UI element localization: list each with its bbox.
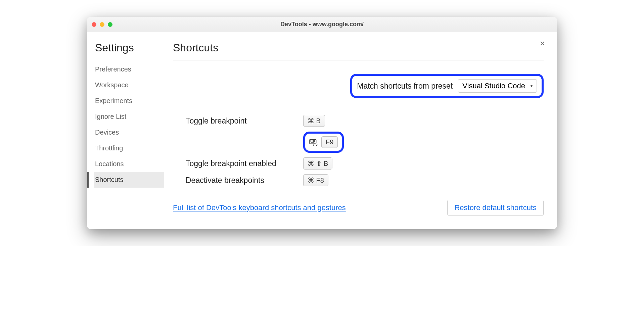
sidebar-item-throttling[interactable]: Throttling bbox=[94, 140, 164, 156]
main-content: Shortcuts Match shortcuts from preset Vi… bbox=[164, 42, 557, 216]
window-body: × Settings Preferences Workspace Experim… bbox=[87, 32, 557, 229]
keyboard-reset-icon bbox=[309, 139, 318, 146]
shortcut-keys: ⌘ ⇧ B bbox=[303, 157, 332, 170]
shortcut-keys: F9 bbox=[303, 132, 344, 153]
preset-label: Match shortcuts from preset bbox=[357, 82, 453, 91]
preset-select[interactable]: Visual Studio Code bbox=[458, 79, 537, 93]
shortcuts-list: Toggle breakpoint ⌘ B bbox=[173, 115, 544, 186]
key-chip: ⌘ F8 bbox=[303, 174, 328, 186]
full-shortcuts-link[interactable]: Full list of DevTools keyboard shortcuts… bbox=[173, 203, 346, 212]
titlebar: DevTools - www.google.com/ bbox=[87, 17, 557, 32]
preset-highlight: Match shortcuts from preset Visual Studi… bbox=[350, 74, 544, 98]
close-window-button[interactable] bbox=[92, 22, 96, 27]
sidebar-item-workspace[interactable]: Workspace bbox=[94, 77, 164, 93]
restore-default-shortcuts-button[interactable]: Restore default shortcuts bbox=[447, 200, 544, 216]
shortcut-keys: ⌘ F8 bbox=[303, 174, 328, 186]
sidebar-item-devices[interactable]: Devices bbox=[94, 125, 164, 140]
shortcut-label: Deactivate breakpoints bbox=[186, 176, 303, 185]
sidebar-item-ignore-list[interactable]: Ignore List bbox=[94, 109, 164, 125]
sidebar-item-locations[interactable]: Locations bbox=[94, 156, 164, 172]
traffic-lights bbox=[92, 22, 112, 27]
shortcut-row-toggle-breakpoint-enabled: Toggle breakpoint enabled ⌘ ⇧ B bbox=[186, 157, 544, 170]
close-icon[interactable]: × bbox=[540, 39, 545, 48]
key-chip: ⌘ ⇧ B bbox=[303, 157, 332, 170]
footer-row: Full list of DevTools keyboard shortcuts… bbox=[173, 200, 544, 216]
divider bbox=[173, 60, 544, 60]
shortcut-label: Toggle breakpoint enabled bbox=[186, 159, 303, 168]
shortcut-row-deactivate-breakpoints: Deactivate breakpoints ⌘ F8 bbox=[186, 174, 544, 186]
shortcut-row-toggle-breakpoint: Toggle breakpoint ⌘ B bbox=[186, 115, 544, 127]
sidebar-item-preferences[interactable]: Preferences bbox=[94, 61, 164, 77]
window-title: DevTools - www.google.com/ bbox=[280, 21, 364, 28]
sidebar-item-experiments[interactable]: Experiments bbox=[94, 93, 164, 109]
sidebar-title: Settings bbox=[94, 42, 164, 54]
settings-sidebar: Settings Preferences Workspace Experimen… bbox=[87, 42, 164, 216]
key-chip: F9 bbox=[321, 136, 338, 148]
sidebar-item-shortcuts[interactable]: Shortcuts bbox=[94, 172, 164, 188]
shortcut-label: Toggle breakpoint bbox=[186, 116, 303, 126]
minimize-window-button[interactable] bbox=[100, 22, 104, 27]
shortcut-keys: ⌘ B bbox=[303, 115, 325, 127]
preset-select-value: Visual Studio Code bbox=[462, 82, 525, 90]
f9-highlight: F9 bbox=[303, 132, 344, 153]
page-title: Shortcuts bbox=[173, 42, 544, 54]
maximize-window-button[interactable] bbox=[108, 22, 112, 27]
preset-row: Match shortcuts from preset Visual Studi… bbox=[173, 74, 544, 98]
devtools-settings-window: DevTools - www.google.com/ × Settings Pr… bbox=[87, 17, 557, 229]
key-chip: ⌘ B bbox=[303, 115, 325, 127]
shortcut-row-f9: F9 bbox=[186, 132, 544, 153]
